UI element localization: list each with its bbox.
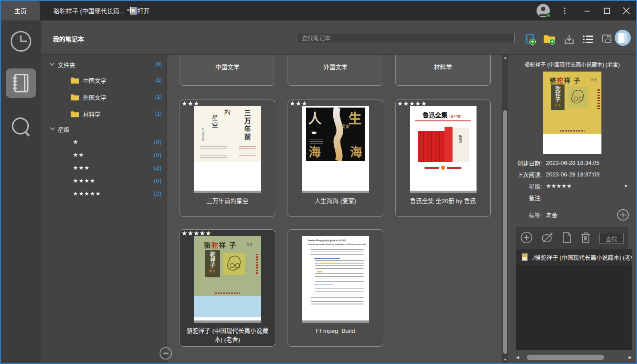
tree-item-4-star[interactable]: ★★★★ (0) <box>41 174 166 187</box>
cover-art: Detailed FFmpeg build guide for VS2013 T… <box>308 240 364 317</box>
tree-item-1-star[interactable]: ★ (0) <box>41 136 166 148</box>
more-menu-icon[interactable] <box>561 8 568 14</box>
trash-icon <box>580 232 591 244</box>
tree-item-3-star[interactable]: ★★★ (2) <box>41 161 166 174</box>
maximize-button[interactable] <box>597 1 617 20</box>
tree-item-count: (1) <box>155 77 162 83</box>
cover-art: 骆驼祥 子 老舍 驼祥子 老舍 <box>194 236 261 296</box>
circle-plus-icon <box>617 209 629 221</box>
page-shadow <box>302 320 369 323</box>
plus-icon <box>127 6 134 15</box>
page-title: 我的笔记本 <box>53 34 84 43</box>
pen-orbit-icon <box>541 232 554 244</box>
close-button[interactable] <box>617 1 636 20</box>
clear-annotations-button[interactable] <box>541 232 554 245</box>
book-title: FFmpeg_Build <box>288 327 383 336</box>
scroll-up-arrow[interactable]: ▲ <box>502 55 508 61</box>
star-label: ★★ <box>73 152 84 158</box>
new-notebook-button[interactable] <box>524 33 536 45</box>
sidebar-notebooks-button[interactable] <box>6 68 36 98</box>
rating-stars[interactable]: ★★★★★ <box>546 183 572 189</box>
tab-home[interactable]: 主页 <box>1 1 40 20</box>
add-tag-button[interactable] <box>617 209 629 221</box>
star-label: ★★★ <box>73 164 90 171</box>
book-card-luotuo[interactable]: ★★★★★ 骆驼祥 子 老舍 驼祥子 老舍 <box>180 229 275 347</box>
tree-item-label: 材料学 <box>83 110 100 118</box>
tree-item-2-star[interactable]: ★★ (0) <box>41 148 166 161</box>
cover-river-band <box>306 108 365 161</box>
tree-collapse-button[interactable]: ◀▶ <box>160 347 172 360</box>
book-card-sanwan[interactable]: ★★★ 三万年前 的 星空 谷川俊太郎 三万年前的星空 <box>180 100 275 217</box>
scrollbar-thumb[interactable] <box>503 110 507 354</box>
new-folder-button[interactable] <box>543 33 556 45</box>
titlebar: 主页 骆驼祥子 (中国现代长篇... 打开 <box>1 1 636 20</box>
cover-title-char: 子 <box>229 241 237 249</box>
scroll-left-arrow[interactable]: ◀ <box>516 354 519 361</box>
tree-item-foreign-literature[interactable]: 外国文学 (1) <box>41 88 166 105</box>
folder-card-chinese-literature[interactable]: 中国文学 <box>180 54 275 86</box>
cover-description-lines <box>200 144 256 159</box>
list-view-button[interactable] <box>582 33 594 45</box>
book-card-rensheng[interactable]: ★★★ 人 生 海 海 麦家 人生海海 <box>288 100 383 217</box>
grid-vertical-scrollbar[interactable]: ▲ ▼ <box>502 54 508 363</box>
import-button[interactable] <box>563 33 575 45</box>
minimize-button[interactable] <box>577 1 597 20</box>
folder-icon <box>70 93 80 101</box>
tab-document-label: 骆驼祥子 (中国现代长篇... <box>53 6 124 15</box>
scroll-right-arrow[interactable]: ▶ <box>629 354 632 361</box>
tree-section-folders[interactable]: 文件夹 (8) <box>41 57 166 72</box>
book-thumbnail: 人 生 海 海 麦家 <box>302 106 369 191</box>
search-notebook-input[interactable] <box>298 33 515 43</box>
notes-row: 备注: <box>514 193 636 202</box>
cover-author-text: 麦家 <box>341 124 349 129</box>
doc-link-line <box>314 258 340 259</box>
detail-panel: 骆驼祥子 (中国现代长篇小说藏本) (老舍) 骆驼祥 子 老舍 驼祥子 老舍 <box>508 54 636 363</box>
notebook-icon <box>11 72 31 94</box>
document-icon <box>562 232 572 244</box>
left-sidebar <box>1 20 41 363</box>
cover-title-block: 驼祥子 老舍 <box>205 250 220 277</box>
book-card-ffmpeg[interactable]: Detailed FFmpeg build guide for VS2013 T… <box>288 229 383 347</box>
tree-item-chinese-literature[interactable]: 中国文学 (1) <box>41 72 166 88</box>
import-icon <box>563 33 575 45</box>
tree-section-rating[interactable]: 星级 <box>41 122 166 136</box>
rating-dropdown-icon[interactable]: ▼ <box>624 184 628 188</box>
star-count: (0) <box>154 178 162 184</box>
book-title: 鲁迅全集 全20册 by 鲁迅 <box>396 197 490 206</box>
rating-label: 星级: <box>514 182 542 190</box>
folder-card-foreign-literature[interactable]: 外国文学 <box>288 54 383 86</box>
last-read-label: 上次阅读: <box>514 170 542 179</box>
tree-item-5-star[interactable]: ★★★★★ (2) <box>41 187 166 200</box>
add-file-button[interactable] <box>521 232 533 245</box>
panel-toggle-button[interactable] <box>615 30 631 46</box>
file-list-horizontal-scrollbar[interactable]: ◀ ▶ <box>516 354 632 361</box>
cover-publisher-text <box>560 130 585 132</box>
folder-card-materials-science[interactable]: 材料学 <box>395 54 491 86</box>
sync-books-button[interactable] <box>601 33 614 45</box>
user-avatar[interactable] <box>537 4 550 17</box>
file-list-item[interactable]: ./骆驼祥子 (中国现代长篇小说藏本) (老舍) <box>516 249 632 265</box>
scroll-down-arrow[interactable]: ▼ <box>502 357 508 363</box>
sidebar-search-button[interactable] <box>8 115 34 140</box>
new-document-button[interactable] <box>562 232 572 245</box>
circle-plus-icon <box>521 232 533 244</box>
find-button[interactable]: 查找 <box>599 233 624 244</box>
tab-document[interactable]: 骆驼祥子 (中国现代长篇... <box>53 1 137 20</box>
open-button-label: 打开 <box>137 6 150 15</box>
tree-item-materials-science[interactable]: 材料学 (1) <box>41 105 166 122</box>
scrollbar-thumb[interactable] <box>527 355 604 360</box>
cover-portrait-art <box>223 253 245 275</box>
sidebar-recent-button[interactable] <box>9 29 33 53</box>
cover-author-text: 老舍 <box>247 242 253 246</box>
star-count: (0) <box>154 139 162 145</box>
search-icon <box>8 115 33 140</box>
book-card-luxun[interactable]: ★★★★★ 鲁迅全集（全20卷） 鲁迅 鲁迅全集 全20册 by 鲁迅 <box>395 100 491 217</box>
book-thumbnail: 鲁迅全集（全20卷） 鲁迅 <box>410 106 477 191</box>
cover-title-text: 鲁迅全集 <box>423 112 448 119</box>
cover-title-text: 三万年前 <box>243 109 252 141</box>
open-button[interactable]: 打开 <box>127 1 150 20</box>
created-date-label: 创建日期: <box>514 159 542 167</box>
delete-file-button[interactable] <box>580 232 591 245</box>
clock-icon <box>9 30 32 53</box>
book-thumbnail: Detailed FFmpeg build guide for VS2013 T… <box>302 236 369 320</box>
